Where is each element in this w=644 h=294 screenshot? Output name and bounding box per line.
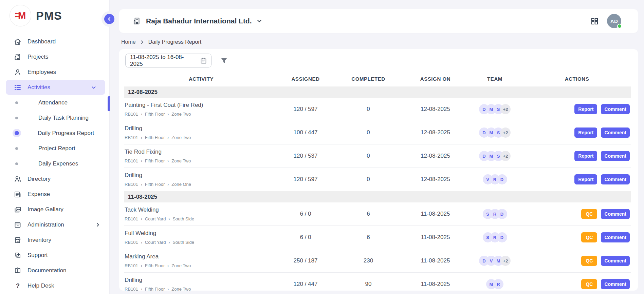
column-header-team: TEAM	[467, 76, 523, 82]
sidebar-label: Image Gallary	[27, 206, 63, 213]
sidebar-item-help-desk[interactable]: ? Help Desk	[0, 278, 109, 293]
user-avatar[interactable]: AD	[607, 14, 621, 28]
qc-button[interactable]: QC	[581, 209, 597, 219]
activity-title: Full Welding	[125, 230, 278, 237]
list-icon	[14, 83, 22, 92]
chevron-right-icon: ›	[141, 112, 142, 117]
comment-button[interactable]: Comment	[601, 151, 630, 161]
team-cell: MR	[467, 279, 523, 289]
chevron-right-icon: ›	[167, 182, 169, 187]
activity-title: Marking Area	[125, 253, 278, 260]
team-member-chip[interactable]: R	[493, 279, 503, 289]
apps-grid-icon[interactable]	[590, 17, 599, 25]
activity-title: Drilling	[125, 277, 278, 283]
path-segment: Zone Two	[171, 135, 191, 140]
path-segment: Fifth Floor	[145, 112, 165, 117]
filter-row: 11-08-2025 to 16-08-2025	[124, 54, 631, 67]
sidebar-item-support[interactable]: Support	[0, 248, 109, 263]
qc-button[interactable]: QC	[581, 279, 597, 289]
sidebar-item-activities[interactable]: Activities	[6, 80, 105, 95]
sidebar-item-administration[interactable]: Administration	[0, 217, 109, 232]
sidebar-collapse-button[interactable]	[104, 14, 114, 24]
comment-button[interactable]: Comment	[601, 256, 630, 266]
group-date-row: 12-08-2025	[124, 86, 631, 98]
sidebar-subitem-project-report[interactable]: Project Report	[0, 141, 109, 156]
sidebar-subitem-attendance[interactable]: Attendance	[0, 95, 109, 110]
path-segment: RB101	[125, 135, 138, 140]
chevron-right-icon: ›	[168, 217, 170, 221]
table-row: Tie Rod FixingRB101›Fifth Floor›Zone Two…	[124, 144, 631, 168]
building-icon	[14, 53, 22, 61]
top-header-bar: Raja Bahadur International Ltd. AD	[119, 9, 638, 33]
activity-path: RB101›Fifth Floor›Zone Two	[125, 135, 278, 140]
app-root: M PMS Dashboard	[0, 0, 644, 294]
report-button[interactable]: Report	[574, 174, 597, 184]
date-range-input[interactable]: 11-08-2025 to 16-08-2025	[125, 54, 211, 67]
sidebar-subitem-daily-expenses[interactable]: Daily Expenses	[0, 156, 109, 171]
chevron-right-icon	[94, 222, 102, 227]
brand-name: PMS	[36, 9, 62, 22]
bullet-icon	[15, 162, 18, 165]
team-overflow-chip[interactable]: +2	[500, 256, 511, 266]
path-segment: Fifth Floor	[145, 135, 165, 140]
svg-text:?: ?	[16, 282, 20, 289]
sidebar-sublabel: Attendance	[38, 99, 68, 106]
team-member-chip[interactable]: D	[497, 174, 507, 184]
sidebar-subitem-daily-task-planning[interactable]: Daily Task Planning	[0, 110, 109, 125]
comment-button[interactable]: Comment	[601, 209, 630, 219]
sidebar-item-employees[interactable]: Employees	[0, 64, 109, 80]
qc-button[interactable]: QC	[581, 256, 597, 266]
active-bullet-icon	[15, 131, 19, 135]
person-icon	[14, 68, 22, 76]
table-row: DrillingRB101›Fifth Floor›Zone One120 / …	[124, 168, 631, 191]
content-card: 11-08-2025 to 16-08-2025 ACTIVITY ASSIGN…	[119, 49, 638, 291]
comment-button[interactable]: Comment	[601, 279, 630, 289]
comment-button[interactable]: Comment	[601, 232, 630, 242]
team-cell: DMS+2	[467, 151, 523, 161]
table-row: Painting - First Coat (Fire Red)RB101›Fi…	[124, 98, 631, 121]
sidebar-label: Directory	[27, 176, 51, 182]
qc-button[interactable]: QC	[581, 232, 597, 242]
actions-cell: QCComment	[523, 209, 631, 219]
team-overflow-chip[interactable]: +2	[500, 151, 511, 161]
activity-cell: Tack WeldingRB101›Court Yard›South Side	[124, 207, 278, 221]
comment-button[interactable]: Comment	[601, 128, 630, 138]
bullet-icon	[15, 117, 18, 119]
chevron-right-icon: ›	[167, 135, 169, 140]
team-overflow-chip[interactable]: +2	[500, 128, 511, 138]
path-segment: RB101	[125, 182, 138, 187]
sidebar-item-projects[interactable]: Projects	[0, 49, 109, 64]
path-segment: Court Yard	[145, 240, 166, 245]
sidebar-item-dashboard[interactable]: Dashboard	[0, 34, 109, 49]
sidebar-sublabel: Daily Task Planning	[38, 115, 89, 121]
people-icon	[14, 175, 22, 183]
report-button[interactable]: Report	[574, 104, 597, 114]
team-member-chip[interactable]: D	[497, 209, 507, 219]
chevron-right-icon: ›	[141, 135, 142, 140]
actions-cell: ReportComment	[523, 104, 631, 114]
breadcrumb: Home Daily Progress Report	[119, 33, 638, 45]
completed-value: 0	[333, 129, 404, 136]
sidebar-subitem-daily-progress-report[interactable]: Daily Progress Report	[0, 125, 109, 141]
team-overflow-chip[interactable]: +2	[500, 104, 511, 114]
sidebar-item-inventory[interactable]: Inventory	[0, 232, 109, 248]
breadcrumb-home-link[interactable]: Home	[121, 39, 136, 45]
sidebar-item-documentation[interactable]: Documentation	[0, 263, 109, 278]
filter-funnel-icon[interactable]	[220, 57, 228, 64]
team-member-chip[interactable]: D	[497, 232, 507, 242]
sidebar-sublabel: Daily Progress Report	[38, 130, 94, 137]
comment-button[interactable]: Comment	[601, 174, 630, 184]
sidebar-item-directory[interactable]: Directory	[0, 171, 109, 187]
column-header-actions: ACTIONS	[523, 76, 631, 82]
sidebar-item-expense[interactable]: Expense	[0, 187, 109, 202]
path-segment: Fifth Floor	[145, 287, 165, 291]
report-button[interactable]: Report	[574, 128, 597, 138]
comment-button[interactable]: Comment	[601, 104, 630, 114]
company-selector[interactable]: Raja Bahadur International Ltd.	[132, 17, 262, 25]
sidebar-item-image-gallary[interactable]: Image Gallary	[0, 202, 109, 217]
chevron-right-icon: ›	[141, 217, 142, 221]
activity-title: Tie Rod Fixing	[125, 149, 278, 155]
newspaper-icon	[14, 190, 22, 198]
activity-cell: Full WeldingRB101›Court Yard›South Side	[124, 230, 278, 245]
report-button[interactable]: Report	[574, 151, 597, 161]
